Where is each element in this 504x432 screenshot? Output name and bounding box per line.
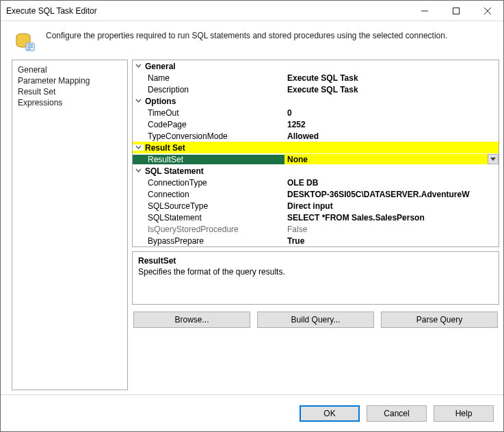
property-name: TypeConversionMode	[133, 131, 284, 141]
sidebar: General Parameter Mapping Result Set Exp…	[12, 60, 128, 390]
property-name: TimeOut	[133, 108, 284, 118]
property-row[interactable]: SQLStatementSELECT *FROM Sales.SalesPers…	[133, 212, 499, 223]
property-row[interactable]: TypeConversionModeAllowed	[133, 130, 499, 142]
category-row[interactable]: Result Set	[133, 142, 499, 153]
svg-rect-0	[453, 8, 460, 14]
property-value[interactable]: 1252	[284, 120, 499, 129]
category-label: SQL Statement	[144, 166, 499, 176]
help-title: ResultSet	[138, 256, 493, 266]
window-title: Execute SQL Task Editor	[6, 6, 409, 16]
sidebar-item-parameter-mapping[interactable]: Parameter Mapping	[18, 75, 122, 86]
property-row[interactable]: IsQueryStoredProcedureFalse	[133, 223, 499, 235]
help-button[interactable]: Help	[434, 405, 494, 422]
browse-button[interactable]: Browse...	[133, 312, 250, 328]
sidebar-item-expressions[interactable]: Expressions	[18, 97, 122, 108]
svg-rect-5	[27, 49, 31, 50]
dialog-footer: OK Cancel Help	[1, 394, 503, 431]
property-row[interactable]: DescriptionExecute SQL Task	[133, 84, 499, 95]
expand-collapse-icon[interactable]	[133, 144, 144, 151]
ok-button[interactable]: OK	[300, 405, 360, 422]
property-row[interactable]: NameExecute SQL Task	[133, 72, 499, 84]
property-value[interactable]: None	[284, 155, 488, 164]
header-text: Configure the properties required to run…	[46, 31, 447, 40]
property-value[interactable]: SELECT *FROM Sales.SalesPerson	[284, 213, 499, 223]
property-value[interactable]: True	[284, 236, 499, 246]
category-label: Result Set	[144, 143, 499, 153]
minimize-button[interactable]	[409, 1, 440, 21]
close-button[interactable]	[472, 1, 503, 21]
parse-query-button[interactable]: Parse Query	[381, 312, 498, 328]
property-value[interactable]: Execute SQL Task	[284, 85, 499, 94]
property-value[interactable]: Allowed	[284, 131, 499, 141]
category-row[interactable]: SQL Statement	[133, 165, 499, 177]
svg-rect-4	[27, 47, 33, 48]
maximize-button[interactable]	[440, 1, 472, 21]
category-label: General	[144, 62, 499, 71]
property-row[interactable]: SQLSourceTypeDirect input	[133, 200, 499, 212]
property-value[interactable]: 0	[284, 108, 499, 118]
expand-collapse-icon[interactable]	[133, 63, 144, 69]
property-name: Description	[133, 85, 284, 94]
property-name: ResultSet	[133, 155, 284, 164]
property-row[interactable]: TimeOut0	[133, 107, 499, 118]
property-name: IsQueryStoredProcedure	[133, 225, 284, 234]
editor-body: General Parameter Mapping Result Set Exp…	[1, 60, 503, 394]
category-label: Options	[144, 97, 499, 106]
property-name: ConnectionType	[133, 178, 284, 188]
help-description: Specifies the format of the query result…	[138, 267, 493, 277]
header: Configure the properties required to run…	[1, 21, 503, 60]
main-panel: GeneralNameExecute SQL TaskDescriptionEx…	[132, 60, 499, 390]
property-value[interactable]: False	[284, 225, 499, 234]
svg-rect-3	[27, 45, 33, 46]
help-panel: ResultSet Specifies the format of the qu…	[132, 251, 499, 305]
dropdown-icon[interactable]	[488, 154, 499, 164]
property-row[interactable]: ResultSetNone	[133, 153, 499, 165]
property-row[interactable]: ConnectionDESKTOP-36SI05C\DATASERVER.Adv…	[133, 188, 499, 200]
category-row[interactable]: Options	[133, 95, 499, 107]
property-name: SQLStatement	[133, 213, 284, 223]
cancel-button[interactable]: Cancel	[367, 405, 427, 422]
expand-collapse-icon[interactable]	[133, 98, 144, 104]
titlebar: Execute SQL Task Editor	[1, 1, 503, 21]
property-value[interactable]: Direct input	[284, 201, 499, 211]
build-query-button[interactable]: Build Query...	[257, 312, 374, 328]
property-name: BypassPrepare	[133, 236, 284, 246]
category-row[interactable]: General	[133, 60, 499, 72]
property-name: Name	[133, 73, 284, 83]
property-value[interactable]: Execute SQL Task	[284, 73, 499, 83]
property-name: Connection	[133, 190, 284, 199]
sidebar-item-general[interactable]: General	[18, 64, 122, 75]
task-icon	[14, 31, 36, 53]
sidebar-item-result-set[interactable]: Result Set	[18, 86, 122, 97]
property-value[interactable]: OLE DB	[284, 178, 499, 188]
property-name: CodePage	[133, 120, 284, 129]
property-name: SQLSourceType	[133, 201, 284, 211]
property-row[interactable]: ConnectionTypeOLE DB	[133, 177, 499, 188]
expand-collapse-icon[interactable]	[133, 168, 144, 174]
property-value[interactable]: DESKTOP-36SI05C\DATASERVER.AdventureW	[284, 190, 499, 199]
action-buttons: Browse... Build Query... Parse Query	[132, 309, 499, 329]
window: Execute SQL Task Editor Configure the pr…	[0, 0, 504, 432]
property-grid: GeneralNameExecute SQL TaskDescriptionEx…	[132, 60, 499, 247]
property-row[interactable]: CodePage1252	[133, 118, 499, 130]
property-row[interactable]: BypassPrepareTrue	[133, 235, 499, 246]
